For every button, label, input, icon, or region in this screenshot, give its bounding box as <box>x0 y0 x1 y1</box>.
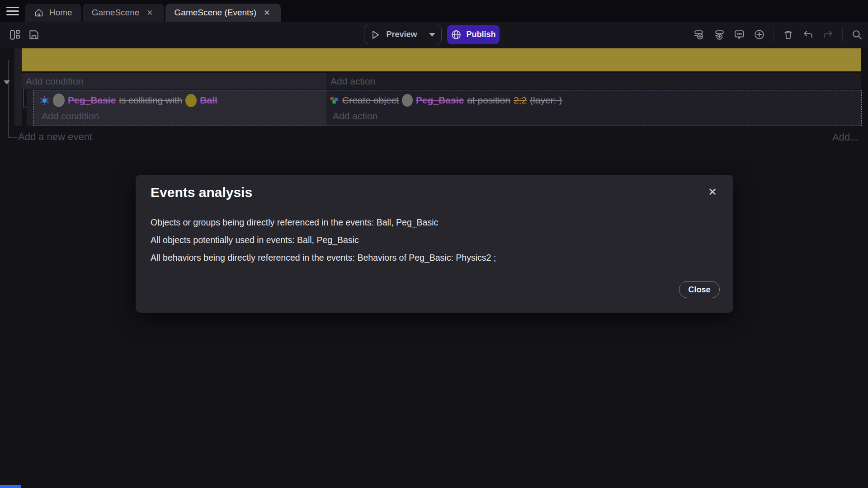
action-coords: 2;2 <box>514 95 527 106</box>
preview-label: Preview <box>386 30 417 39</box>
save-icon[interactable] <box>28 29 40 41</box>
redo-icon[interactable] <box>822 29 834 40</box>
bottom-progress-strip <box>0 485 21 488</box>
group-add-action-row[interactable]: Add action <box>326 73 861 89</box>
subevent-drag-rail[interactable] <box>27 90 34 126</box>
condition-collision[interactable]: Peg_Basic is colliding with Ball <box>39 93 217 108</box>
action-suffix: (layer: ) <box>530 95 562 106</box>
toolbar: Preview Publish <box>0 22 868 47</box>
toolbar-separator <box>774 28 774 42</box>
condition-text: is colliding with <box>119 95 182 106</box>
close-button[interactable]: Close <box>679 281 720 298</box>
events-toolbar-icons <box>694 22 863 47</box>
event-conditions-column[interactable]: Peg_Basic is colliding with Ball Add con… <box>34 90 326 126</box>
chevron-down-icon <box>429 33 435 37</box>
choose-event-icon[interactable] <box>754 29 765 40</box>
add-new-event-button[interactable]: Add a new event <box>18 131 92 143</box>
collision-icon <box>39 95 50 106</box>
tab-gamescene-label: GameScene <box>92 8 140 18</box>
peg-basic-object-icon <box>53 94 65 107</box>
tree-line-sub-elbow <box>23 107 27 108</box>
main-menu-icon[interactable] <box>6 7 19 16</box>
dialog-line-behaviors: All behaviors being directly referenced … <box>151 253 496 263</box>
publish-label: Publish <box>466 30 495 39</box>
preview-dropdown[interactable] <box>423 25 441 44</box>
tab-gamescene-close-icon[interactable]: ✕ <box>145 7 155 19</box>
add-subevent-icon[interactable] <box>714 29 725 40</box>
add-comment-icon[interactable] <box>734 29 745 40</box>
group-add-condition-label[interactable]: Add condition <box>22 73 326 89</box>
undo-icon[interactable] <box>802 29 814 40</box>
dialog-line-objects-used: All objects potentially used in events: … <box>151 235 496 245</box>
group-add-action-label[interactable]: Add action <box>326 73 861 89</box>
preview-button-main[interactable]: Preview <box>364 25 423 44</box>
group-add-condition-row[interactable]: Add condition <box>22 73 326 89</box>
publish-button[interactable]: Publish <box>447 25 500 44</box>
condition-object1: Peg_Basic <box>68 95 116 106</box>
peg-basic-object-icon-2 <box>402 94 413 107</box>
preview-button[interactable]: Preview <box>364 25 442 44</box>
home-icon <box>34 8 44 18</box>
action-prefix: Create object <box>342 95 399 106</box>
play-icon <box>370 29 381 40</box>
events-analysis-dialog: Events analysis ✕ Objects or groups bein… <box>136 175 733 313</box>
globe-icon <box>451 29 462 40</box>
delete-icon[interactable] <box>783 29 794 40</box>
action-middle: at position <box>467 95 510 106</box>
dialog-body: Objects or groups being directly referen… <box>151 217 496 270</box>
create-object-icon <box>329 95 339 105</box>
event-comment-block[interactable] <box>22 48 861 71</box>
action-object: Peg_Basic <box>416 95 464 106</box>
tree-line-elbow <box>8 137 17 138</box>
dialog-title: Events analysis <box>151 185 252 200</box>
event-actions-column[interactable]: Create object Peg_Basic at position 2;2 … <box>326 90 861 126</box>
add-event-icon[interactable] <box>694 29 705 40</box>
search-icon[interactable] <box>851 29 863 40</box>
tab-gamescene-events-close-icon[interactable]: ✕ <box>262 7 272 19</box>
add-action-placeholder[interactable]: Add action <box>329 108 377 124</box>
project-manager-icon[interactable] <box>9 29 21 41</box>
tree-line-sub-vertical <box>23 89 24 108</box>
dialog-line-objects-referenced: Objects or groups being directly referen… <box>151 217 496 228</box>
ball-object-icon <box>185 94 197 107</box>
add-condition-placeholder[interactable]: Add condition <box>38 108 99 124</box>
gdevelop-window: Home GameScene ✕ GameScene (Events) ✕ <box>0 0 868 488</box>
condition-object2: Ball <box>200 95 217 106</box>
event-collapse-arrow-icon[interactable] <box>4 80 10 84</box>
tree-line-vertical <box>8 60 9 138</box>
tab-home-label: Home <box>49 8 72 18</box>
dialog-close-icon[interactable]: ✕ <box>708 187 717 197</box>
event-drag-rail[interactable] <box>14 48 22 126</box>
tab-strip: Home GameScene ✕ GameScene (Events) ✕ <box>25 4 282 22</box>
action-create-object[interactable]: Create object Peg_Basic at position 2;2 … <box>329 93 562 108</box>
tab-gamescene-events[interactable]: GameScene (Events) ✕ <box>165 4 281 22</box>
tab-bar: Home GameScene ✕ GameScene (Events) ✕ <box>0 0 868 22</box>
tab-gamescene[interactable]: GameScene ✕ <box>83 4 164 22</box>
tab-gamescene-events-label: GameScene (Events) <box>175 8 257 18</box>
add-more-button[interactable]: Add... <box>832 131 858 143</box>
toolbar-separator-2 <box>842 28 843 42</box>
tab-home[interactable]: Home <box>25 4 81 22</box>
